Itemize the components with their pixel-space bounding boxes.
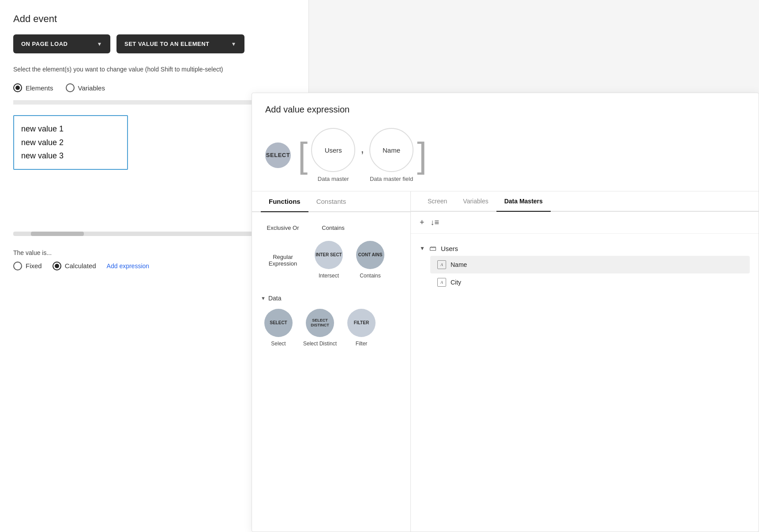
filter-sublabel: Filter [356, 341, 368, 348]
right-panel: Add value expression SELECT [ Users Data… [252, 93, 759, 532]
list-area: new value 1 new value 2 new value 3 [13, 115, 128, 170]
contains-circle-item[interactable]: CONT AINS Contains [353, 241, 388, 280]
name-node[interactable]: Name Data master field [369, 128, 413, 182]
scrollbar-thumb [31, 232, 84, 236]
section-chevron-icon: ▼ [261, 296, 266, 301]
intersect-sublabel: Intersect [319, 273, 339, 280]
data-masters-toolbar: + ↓≡ [411, 212, 759, 234]
name-field[interactable]: A Name [430, 256, 750, 273]
users-group: ▼ 🗃 Users A Name A City [411, 238, 759, 294]
intersect-circle[interactable]: INTER SECT [315, 241, 343, 269]
data-section-header[interactable]: ▼ Data [252, 288, 410, 305]
fixed-radio-circle [13, 262, 22, 270]
trigger-dropdown[interactable]: ON PAGE LOAD ▼ [13, 34, 110, 53]
bracket-close-icon: ] [417, 138, 427, 173]
variables-label: Variables [78, 84, 105, 92]
users-circle[interactable]: Users [311, 128, 355, 172]
users-db-icon: 🗃 [429, 244, 436, 252]
select-circle-label: SELECT [270, 320, 287, 326]
action-dropdown[interactable]: SET VALUE TO AN ELEMENT ▼ [116, 34, 244, 53]
select-circle[interactable]: SELECT [264, 309, 293, 337]
calculated-label: Calculated [65, 262, 96, 270]
comma-separator: , [361, 142, 364, 156]
tabs-section: Functions Constants Exclusive Or Contain… [252, 191, 759, 532]
filter-circle[interactable]: FILTER [347, 309, 376, 337]
select-badge[interactable]: SELECT [265, 142, 291, 168]
action-label: SET VALUE TO AN ELEMENT [124, 41, 210, 47]
right-tab-bar: Screen Variables Data Masters [411, 191, 759, 212]
name-label: Name [383, 146, 400, 154]
exclusive-or-item[interactable]: Exclusive Or [261, 221, 305, 235]
data-section-label: Data [268, 295, 282, 302]
intersect-label: INTER SECT [316, 252, 342, 258]
select-sublabel: Select [271, 341, 286, 348]
expr-header: Add value expression [252, 93, 759, 115]
city-field-label: City [451, 279, 461, 286]
add-icon[interactable]: + [420, 218, 425, 227]
filter-circle-label: FILTER [354, 320, 369, 326]
tab-data-masters[interactable]: Data Masters [496, 191, 551, 212]
functions-grid: Exclusive Or Contains Regular Expression… [252, 212, 410, 288]
contains-text-item[interactable]: Contains [311, 221, 355, 235]
list-item: new value 1 [21, 122, 120, 136]
users-group-name: Users [441, 245, 458, 252]
event-dropdowns: ON PAGE LOAD ▼ SET VALUE TO AN ELEMENT ▼ [13, 34, 295, 53]
intersect-item[interactable]: INTER SECT Intersect [311, 241, 346, 280]
contains-circle[interactable]: CONT AINS [356, 241, 384, 269]
chevron-down-icon: ▼ [231, 41, 237, 47]
page-title: Add event [13, 13, 295, 25]
select-distinct-item[interactable]: SELECT DISTINCT Select Distinct [302, 309, 338, 348]
select-distinct-sublabel: Select Distinct [303, 341, 337, 348]
users-node[interactable]: Users Data master [311, 128, 355, 182]
name-circle[interactable]: Name [369, 128, 413, 172]
add-expression-link[interactable]: Add expression [107, 262, 150, 270]
users-chevron-icon: ▼ [420, 245, 425, 251]
users-label: Users [325, 146, 342, 154]
select-distinct-circle-label: SELECT DISTINCT [306, 318, 334, 328]
select-distinct-circle[interactable]: SELECT DISTINCT [306, 309, 334, 337]
instruction-text: Select the element(s) you want to change… [13, 66, 295, 73]
elements-label: Elements [26, 84, 53, 92]
users-sublabel: Data master [318, 176, 349, 182]
data-masters-panel: Screen Variables Data Masters + ↓≡ ▼ 🗃 U… [411, 191, 759, 532]
data-grid: SELECT Select SELECT DISTINCT Select Dis… [252, 305, 410, 356]
sort-icon[interactable]: ↓≡ [431, 218, 440, 227]
expr-visual: SELECT [ Users Data master , Name Data m… [252, 115, 759, 191]
name-sublabel: Data master field [370, 176, 413, 182]
elements-radio-circle [13, 83, 22, 92]
chevron-down-icon: ▼ [97, 41, 102, 47]
regular-expression-item[interactable]: Regular Expression [261, 241, 305, 280]
contains-circle-sublabel: Contains [360, 273, 380, 280]
list-item: new value 2 [21, 136, 120, 150]
bracket-open-icon: [ [298, 138, 308, 173]
radio-group: Elements Variables [13, 83, 295, 92]
tab-functions[interactable]: Functions [261, 191, 308, 212]
filter-item[interactable]: FILTER Filter [344, 309, 379, 348]
variables-radio-circle [66, 83, 75, 92]
fixed-radio[interactable]: Fixed [13, 262, 42, 270]
contains-circle-label: CONT AINS [358, 252, 383, 258]
trigger-label: ON PAGE LOAD [21, 41, 68, 47]
calculated-radio[interactable]: Calculated [53, 262, 96, 270]
name-field-label: Name [451, 261, 467, 268]
calculated-radio-circle [53, 262, 61, 270]
name-field-icon: A [437, 260, 446, 269]
variables-radio[interactable]: Variables [66, 83, 105, 92]
radio-dot [55, 264, 59, 268]
data-masters-list: ▼ 🗃 Users A Name A City [411, 234, 759, 298]
radio-dot [15, 86, 20, 90]
functions-panel: Functions Constants Exclusive Or Contain… [252, 191, 411, 532]
fixed-label: Fixed [26, 262, 42, 270]
city-field[interactable]: A City [430, 273, 750, 291]
tab-constants[interactable]: Constants [308, 191, 354, 212]
tab-screen[interactable]: Screen [420, 191, 455, 212]
list-item: new value 3 [21, 149, 120, 163]
elements-radio[interactable]: Elements [13, 83, 53, 92]
city-field-icon: A [437, 278, 446, 287]
users-group-header[interactable]: ▼ 🗃 Users [420, 241, 750, 256]
tab-variables[interactable]: Variables [455, 191, 496, 212]
select-item[interactable]: SELECT Select [261, 309, 296, 348]
functions-tab-bar: Functions Constants [252, 191, 410, 212]
